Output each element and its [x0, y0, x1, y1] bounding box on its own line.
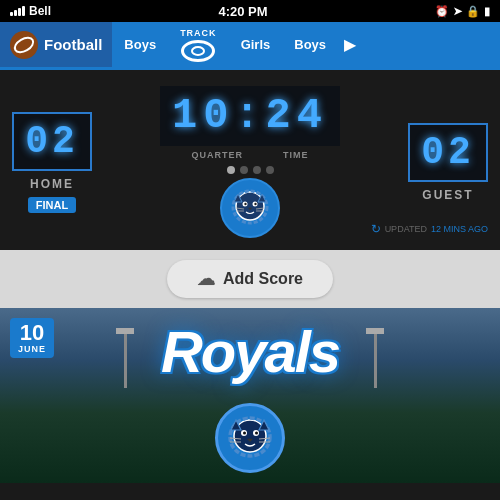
- royals-team-name: Royals: [0, 323, 500, 381]
- updated-text: ↻ UPDATED 12 MINS AGO: [371, 222, 488, 236]
- time-label: TIME: [283, 150, 309, 160]
- guest-score-value: 02: [421, 131, 475, 174]
- updated-time: 12 MINS AGO: [431, 224, 488, 234]
- tab-girls[interactable]: Girls: [229, 22, 283, 67]
- refresh-icon: ↻: [371, 222, 381, 236]
- scoreboard: 02 HOME FINAL 10:24 QUARTER TIME: [0, 70, 500, 250]
- quarter-dot-1: [227, 166, 235, 174]
- svg-point-16: [243, 432, 246, 435]
- royals-banner: 10 JUNE Royals: [0, 308, 500, 483]
- status-right: ⏰ ➤ 🔒 ▮: [435, 5, 490, 18]
- time-value: 10:24: [172, 92, 328, 140]
- lock-icon: 🔒: [466, 5, 480, 18]
- svg-point-0: [236, 192, 264, 220]
- royals-lion-logo: [215, 403, 285, 473]
- quarter-dot-2: [240, 166, 248, 174]
- tab-boys2[interactable]: Boys: [282, 22, 338, 67]
- signal-bars: [10, 6, 25, 16]
- tab-boys2-label: Boys: [294, 37, 326, 52]
- football-icon: [10, 31, 38, 59]
- signal-bar-4: [22, 6, 25, 16]
- tab-football[interactable]: Football: [0, 22, 112, 67]
- lion-logo-icon: [228, 186, 272, 230]
- home-score-display: 02: [12, 112, 92, 171]
- tab-boys[interactable]: Boys: [112, 22, 168, 67]
- cloud-icon: ☁: [197, 268, 215, 290]
- guest-score-box: 02 GUEST: [408, 123, 488, 202]
- time-display: 10:24: [160, 86, 340, 146]
- track-oval-icon: [181, 40, 215, 62]
- center-labels: QUARTER TIME: [192, 150, 309, 160]
- track-oval-inner: [191, 46, 205, 56]
- clock-icon: ⏰: [435, 5, 449, 18]
- signal-bar-2: [14, 10, 17, 16]
- quarter-dot-3: [253, 166, 261, 174]
- quarter-dot-4: [266, 166, 274, 174]
- guest-label: GUEST: [422, 188, 473, 202]
- nav-tabs: Football Boys TRACK Girls Boys ▶: [0, 22, 500, 70]
- tab-girls-label: Girls: [241, 37, 271, 52]
- home-score-box: 02 HOME FINAL: [12, 112, 92, 213]
- royals-lion-icon: [224, 412, 276, 464]
- status-bar: Bell 4:20 PM ⏰ ➤ 🔒 ▮: [0, 0, 500, 22]
- location-icon: ➤: [453, 5, 462, 18]
- add-score-section: ☁ Add Score: [0, 250, 500, 308]
- signal-bar-1: [10, 12, 13, 16]
- status-time: 4:20 PM: [218, 4, 267, 19]
- home-label: HOME: [30, 177, 74, 191]
- tab-track[interactable]: TRACK: [168, 22, 229, 67]
- add-score-button[interactable]: ☁ Add Score: [167, 260, 333, 298]
- add-score-label: Add Score: [223, 270, 303, 288]
- royals-lion-circle: [215, 403, 285, 473]
- battery-icon: ▮: [484, 5, 490, 18]
- guest-score-display: 02: [408, 123, 488, 182]
- tab-boys-label: Boys: [124, 37, 156, 52]
- tab-football-label: Football: [44, 36, 102, 53]
- quarter-label: QUARTER: [192, 150, 244, 160]
- svg-point-5: [254, 203, 256, 205]
- updated-label: UPDATED: [385, 224, 427, 234]
- carrier-label: Bell: [29, 4, 51, 18]
- center-score: 10:24 QUARTER TIME: [160, 86, 340, 238]
- final-badge: FINAL: [28, 197, 76, 213]
- royals-word: Royals: [0, 323, 500, 381]
- signal-bar-3: [18, 8, 21, 16]
- home-score-value: 02: [25, 120, 79, 163]
- tab-track-label: TRACK: [180, 28, 217, 38]
- quarter-dots: [227, 166, 274, 174]
- status-left: Bell: [10, 4, 51, 18]
- team-logo: [220, 178, 280, 238]
- nav-more-arrow[interactable]: ▶: [338, 22, 362, 67]
- svg-point-4: [244, 203, 246, 205]
- svg-point-17: [255, 432, 258, 435]
